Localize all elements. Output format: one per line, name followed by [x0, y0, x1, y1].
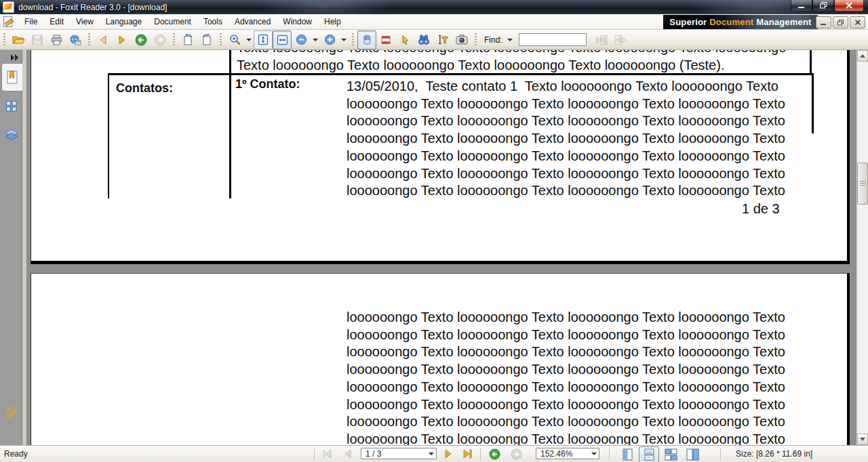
- email-globe-icon: [69, 35, 81, 45]
- close-button[interactable]: [834, 0, 864, 12]
- vertical-scrollbar[interactable]: [856, 50, 868, 445]
- statusbar-separator: [480, 448, 481, 460]
- menu-advanced[interactable]: Advanced: [229, 15, 277, 28]
- toolbar-grip[interactable]: [475, 33, 477, 47]
- zoom-out-button[interactable]: [292, 30, 311, 49]
- menu-help[interactable]: Help: [318, 15, 347, 28]
- go-forward-button[interactable]: [151, 30, 170, 49]
- fit-width-icon: [277, 35, 288, 45]
- contact-content-line: loooooongo Texto loooooongo Texto looooo…: [347, 165, 785, 183]
- previous-page-button[interactable]: [339, 447, 357, 461]
- find-previous-button[interactable]: [592, 30, 611, 49]
- open-button[interactable]: [9, 30, 28, 49]
- previous-view-arrow-button[interactable]: [94, 30, 113, 49]
- rotate-counterclockwise-button[interactable]: [178, 30, 197, 49]
- select-text-button[interactable]: [376, 30, 395, 49]
- zoom-tool-dropdown-caret[interactable]: [246, 39, 252, 41]
- next-view-button[interactable]: [507, 447, 525, 461]
- zoom-level-field[interactable]: 152.46%: [536, 448, 599, 459]
- typewriter-tool-button[interactable]: [433, 30, 452, 49]
- find-options-caret[interactable]: [507, 39, 513, 41]
- expand-panel-button[interactable]: [9, 53, 20, 62]
- save-icon: [32, 35, 43, 45]
- contact-content-line: loooooongo Texto loooooongo Texto looooo…: [347, 130, 785, 148]
- first-page-button[interactable]: [319, 447, 336, 461]
- panel-splitter[interactable]: [22, 50, 27, 445]
- previous-page-icon: [343, 449, 353, 459]
- facing-layout-button[interactable]: [660, 446, 681, 462]
- find-input[interactable]: [519, 33, 587, 46]
- contact-content-line: loooooongo Texto loooooongo Texto looooo…: [347, 112, 785, 130]
- document-view[interactable]: Texto loooooongo Texto loooooongo Texto …: [27, 50, 856, 445]
- print-button[interactable]: [47, 30, 66, 49]
- menu-view[interactable]: View: [70, 15, 100, 28]
- layers-panel-tab[interactable]: [3, 126, 20, 144]
- document-restore-button[interactable]: [833, 16, 848, 28]
- select-annotation-button[interactable]: [395, 30, 414, 49]
- zoom-in-button[interactable]: [320, 30, 339, 49]
- toolbar-grip[interactable]: [3, 33, 5, 47]
- menu-tools[interactable]: Tools: [197, 15, 229, 28]
- snapshot-button[interactable]: [452, 30, 471, 49]
- menu-language[interactable]: Language: [100, 15, 148, 28]
- email-button[interactable]: [66, 30, 85, 49]
- toolbar-grip[interactable]: [88, 33, 90, 47]
- toolbar-grip[interactable]: [173, 33, 175, 47]
- zoom-in-icon: [324, 34, 336, 45]
- fit-width-button[interactable]: [273, 30, 292, 49]
- restore-button[interactable]: [812, 0, 834, 12]
- save-button[interactable]: [28, 30, 47, 49]
- menu-file[interactable]: File: [18, 15, 43, 28]
- menu-edit[interactable]: Edit: [43, 15, 70, 28]
- camera-icon: [456, 35, 468, 45]
- continuous-facing-layout-button[interactable]: [682, 446, 703, 462]
- zoom-in-dropdown-caret[interactable]: [341, 39, 347, 41]
- search-button[interactable]: [414, 30, 433, 49]
- magnifier-plus-icon: [229, 34, 241, 45]
- last-page-button[interactable]: [458, 447, 476, 461]
- zoom-out-dropdown-caret[interactable]: [313, 39, 318, 41]
- scroll-up-button[interactable]: [857, 50, 868, 62]
- bookmarks-panel-tab[interactable]: [1, 63, 22, 91]
- scrollbar-thumb[interactable]: [857, 163, 868, 205]
- foxit-reader-window: download - Foxit Reader 3.0 - [download]…: [0, 0, 868, 462]
- minimize-button[interactable]: [791, 0, 812, 12]
- toolbar-grip[interactable]: [352, 33, 354, 47]
- continuous-layout-button[interactable]: [639, 446, 659, 462]
- previous-view-button[interactable]: [486, 447, 503, 461]
- next-view-arrow-button[interactable]: [113, 30, 132, 49]
- document-minimize-button[interactable]: [816, 16, 831, 28]
- contact-content-line: loooooongo Texto loooooongo Texto looooo…: [347, 379, 785, 396]
- zoom-tool-button[interactable]: [225, 30, 244, 49]
- zoom-field-caret[interactable]: [591, 453, 597, 455]
- go-back-button[interactable]: [132, 30, 151, 49]
- menu-window[interactable]: Window: [277, 15, 318, 28]
- main-area: Texto loooooongo Texto loooooongo Texto …: [0, 50, 868, 445]
- scroll-up-icon: [860, 54, 865, 58]
- pdf-page-1: Texto loooooongo Texto loooooongo Texto …: [31, 50, 850, 264]
- document-close-button[interactable]: [850, 16, 865, 28]
- scroll-down-button[interactable]: [857, 434, 868, 445]
- hand-tool-icon: [361, 34, 373, 45]
- find-next-button[interactable]: [611, 30, 630, 49]
- contact-content-line: loooooongo Texto loooooongo Texto looooo…: [347, 431, 785, 445]
- pages-panel-tab[interactable]: [3, 98, 20, 115]
- rotate-clockwise-button[interactable]: [197, 30, 216, 49]
- menu-document[interactable]: Document: [148, 15, 197, 28]
- fit-page-button[interactable]: [254, 30, 273, 49]
- hand-tool-button[interactable]: [357, 30, 376, 49]
- toolbar-grip[interactable]: [220, 33, 222, 47]
- scrollbar-grip: [860, 181, 866, 186]
- document-minimize-icon: [821, 20, 827, 25]
- page-indicator: 1 / 3: [366, 449, 381, 459]
- next-view-icon: [511, 448, 522, 460]
- status-bar: Ready 1 / 3: [0, 445, 868, 462]
- attachments-panel-tab[interactable]: [3, 404, 20, 421]
- contact-content-line: loooooongo Texto loooooongo Texto looooo…: [347, 182, 785, 200]
- pages-thumbnails-icon: [5, 100, 18, 113]
- next-page-button[interactable]: [439, 447, 457, 461]
- page-field-caret[interactable]: [429, 453, 434, 455]
- contact-content-line: loooooongo Texto loooooongo Texto looooo…: [347, 361, 785, 379]
- single-page-layout-button[interactable]: [617, 446, 637, 462]
- page-number-field[interactable]: 1 / 3: [361, 448, 437, 459]
